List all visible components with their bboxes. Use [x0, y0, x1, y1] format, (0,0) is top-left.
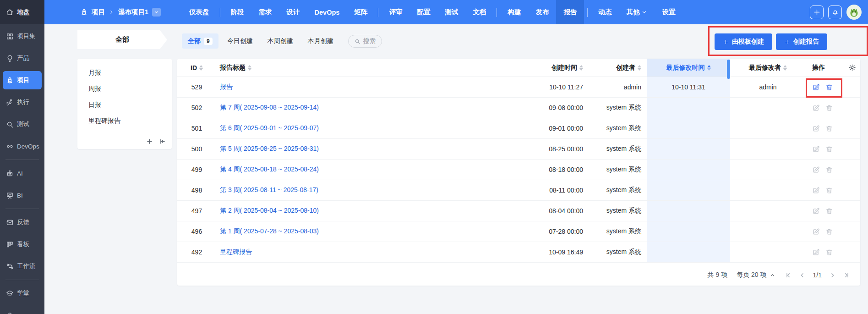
breadcrumb-section[interactable]: 项目 — [92, 8, 105, 17]
trash-icon[interactable] — [825, 207, 833, 215]
nav-item-9[interactable]: 文档 — [465, 0, 493, 24]
user-avatar[interactable] — [846, 5, 862, 20]
sidebar-item-1[interactable]: 产品 — [0, 47, 44, 69]
report-title-link[interactable]: 第 1 周( 2025-07-28 ~ 2025-08-03) — [220, 227, 319, 236]
nav-item-3[interactable]: 设计 — [279, 0, 307, 24]
create-report-button[interactable]: 创建报告 — [776, 33, 827, 50]
column-header-created[interactable]: 创建时间 — [512, 59, 594, 77]
search-input[interactable]: 搜索 — [348, 35, 382, 48]
create-from-template-button[interactable]: 由模板创建 — [715, 33, 772, 50]
report-title-link[interactable]: 第 5 周( 2025-08-25 ~ 2025-08-31) — [220, 145, 319, 153]
tab-1[interactable]: 今日创建 — [221, 33, 259, 49]
sidebar-item-2[interactable]: 项目 — [3, 71, 42, 89]
breadcrumb-project[interactable]: 瀑布项目1 — [118, 8, 148, 17]
nav-item-1[interactable]: 阶段 — [224, 0, 251, 24]
report-type-item-0[interactable]: 月报 — [77, 65, 172, 81]
column-header-id[interactable]: ID — [177, 59, 216, 77]
sidebar-item-home[interactable]: 地盘 — [0, 0, 44, 24]
report-type-item-1[interactable]: 周报 — [77, 81, 172, 97]
module-panel-header[interactable]: 全部 — [77, 30, 167, 49]
cell-actions — [806, 180, 844, 200]
sidebar-item-11[interactable]: 学堂 — [0, 282, 44, 304]
sidebar-item-4[interactable]: 测试 — [0, 113, 44, 135]
sidebar-item-12[interactable] — [0, 304, 44, 314]
per-page-selector[interactable]: 每页 20 项 — [737, 271, 775, 279]
report-title-link[interactable]: 第 7 周( 2025-09-08 ~ 2025-09-14) — [220, 104, 319, 112]
trash-icon[interactable] — [825, 228, 833, 236]
content-area: 全部 全部9今日创建本周创建本月创建 搜索 由模板创建 创建报告 月报周报日 — [44, 24, 868, 314]
breadcrumb[interactable]: 项目 瀑布项目1 — [80, 8, 161, 17]
sidebar-item-9[interactable]: 看板 — [0, 233, 44, 255]
prev-page-button[interactable] — [799, 272, 806, 279]
edit-icon[interactable] — [812, 248, 820, 256]
trash-icon[interactable] — [825, 125, 833, 132]
cell-created: 08-18 00:00 — [512, 160, 594, 180]
edit-icon[interactable] — [812, 83, 820, 91]
report-title-link[interactable]: 第 6 周( 2025-09-01 ~ 2025-09-07) — [220, 124, 319, 132]
report-title-link[interactable]: 里程碑报告 — [220, 248, 252, 256]
tab-2[interactable]: 本周创建 — [262, 33, 299, 49]
nav-item-11[interactable]: 发布 — [528, 0, 556, 24]
sort-icon — [638, 65, 641, 71]
sidebar-item-5[interactable]: DevOps — [0, 135, 44, 157]
project-switch-dropdown[interactable] — [152, 8, 161, 17]
nav-item-6[interactable]: 评审 — [382, 0, 409, 24]
edit-icon[interactable] — [812, 145, 820, 153]
column-header-title[interactable]: 报告标题 — [216, 59, 512, 77]
sidebar-item-6[interactable]: AI — [0, 162, 44, 184]
nav-item-15[interactable]: 设置 — [655, 0, 682, 24]
quick-create-button[interactable] — [810, 6, 824, 19]
sidebar-item-0[interactable]: 项目集 — [0, 25, 44, 47]
column-header-modified[interactable]: 最后修改时间 — [647, 59, 730, 77]
last-page-button[interactable] — [843, 272, 850, 279]
nav-item-5[interactable]: 矩阵 — [347, 0, 375, 24]
next-page-button[interactable] — [829, 272, 836, 279]
edit-icon[interactable] — [812, 104, 820, 112]
edit-icon[interactable] — [812, 187, 820, 194]
trash-icon[interactable] — [825, 83, 833, 91]
report-title-link[interactable]: 第 3 周( 2025-08-11 ~ 2025-08-17) — [220, 186, 318, 194]
edit-icon[interactable] — [812, 207, 820, 215]
ai-robot-icon — [6, 170, 14, 177]
edit-icon[interactable] — [812, 166, 820, 174]
nav-item-12[interactable]: 报告 — [556, 0, 584, 24]
nav-item-2[interactable]: 需求 — [251, 0, 279, 24]
edit-icon[interactable] — [812, 228, 820, 236]
collapse-panel-icon[interactable] — [159, 138, 166, 145]
cell-id: 492 — [177, 242, 216, 262]
column-header-modifier[interactable]: 最后修改者 — [730, 59, 806, 77]
nav-item-13[interactable]: 动态 — [591, 0, 619, 24]
report-type-item-3[interactable]: 里程碑报告 — [77, 113, 172, 129]
report-title-link[interactable]: 第 4 周( 2025-08-18 ~ 2025-08-24) — [220, 165, 319, 174]
sidebar-item-8[interactable]: 反馈 — [0, 211, 44, 233]
trash-icon[interactable] — [825, 104, 833, 112]
nav-item-4[interactable]: DevOps — [307, 0, 347, 24]
sidebar-item-10[interactable]: 工作流 — [0, 255, 44, 277]
nav-item-10[interactable]: 构建 — [500, 0, 528, 24]
sidebar-item-3[interactable]: 执行 — [0, 91, 44, 113]
nav-item-8[interactable]: 测试 — [437, 0, 465, 24]
column-header-settings[interactable] — [844, 59, 860, 77]
report-title-link[interactable]: 第 2 周( 2025-08-04 ~ 2025-08-10) — [220, 207, 319, 215]
trash-icon[interactable] — [825, 248, 833, 256]
first-page-button[interactable] — [785, 272, 792, 279]
edit-icon[interactable] — [812, 125, 820, 132]
report-type-item-2[interactable]: 日报 — [77, 97, 172, 113]
trash-icon[interactable] — [825, 145, 833, 153]
tab-3[interactable]: 本月创建 — [302, 33, 339, 49]
plus-icon — [784, 39, 790, 45]
notifications-button[interactable] — [828, 6, 842, 19]
sidebar-item-7[interactable]: BI — [0, 184, 44, 206]
trash-icon[interactable] — [825, 166, 833, 174]
tab-0[interactable]: 全部9 — [182, 33, 218, 49]
report-title-link[interactable]: 报告 — [220, 83, 233, 91]
add-module-icon[interactable] — [146, 138, 153, 145]
nav-item-0[interactable]: 仪表盘 — [182, 0, 217, 24]
nav-item-7[interactable]: 配置 — [409, 0, 437, 24]
column-header-creator[interactable]: 创建者 — [594, 59, 647, 77]
trash-icon[interactable] — [825, 187, 833, 194]
page-indicator: 1/1 — [813, 271, 822, 279]
cell-modified: 10-10 11:31 — [647, 77, 730, 97]
nav-item-14[interactable]: 其他 — [619, 0, 655, 24]
column-resize-handle[interactable] — [727, 60, 730, 79]
